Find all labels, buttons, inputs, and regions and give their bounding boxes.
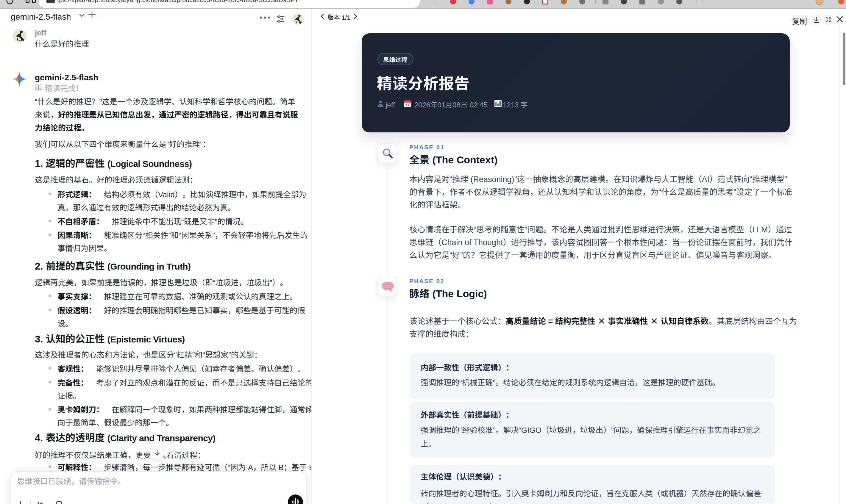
svg-text:17: 17 [406, 103, 409, 107]
